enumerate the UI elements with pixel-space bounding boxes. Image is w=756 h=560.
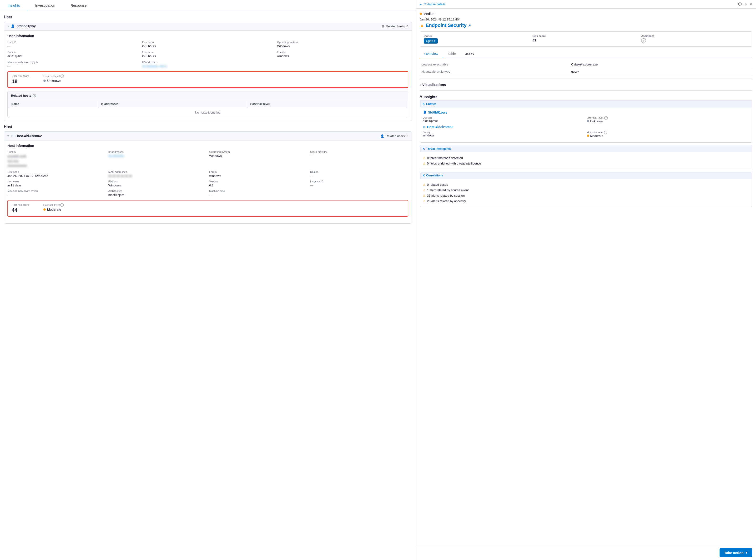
alert-timestamp: Jan 26, 2024 @ 12:15:12.404 — [420, 18, 752, 21]
tab-overview[interactable]: Overview — [420, 50, 443, 58]
threat-intel-category: K Threat intelligence ⚠ 0 threat matches… — [420, 145, 752, 169]
kv-key-0: process.executable — [420, 61, 569, 68]
status-button[interactable]: Open ▾ — [424, 38, 438, 44]
entity2-link[interactable]: ⊞ Host-4id3lz8m62 — [423, 125, 749, 129]
related-hosts-count: Related hosts: 0 — [386, 24, 408, 28]
host-id-item: Host ID xx1x4x5 x1x51x1-x1x-x1x1x1x1xx1x — [7, 151, 105, 168]
host-risk-level-item: Host risk level i Moderate — [43, 203, 64, 213]
left-panel: Insights Investigation Response User ▾ 👤… — [0, 0, 416, 560]
os-item: Operating system Windows — [277, 41, 408, 48]
host-entity-body: Host information Host ID xx1x4x5 x1x51x1… — [4, 140, 412, 223]
host-header-left: ▾ ⊞ Host-4id3lz8m62 — [7, 134, 42, 138]
host-last-seen-label: Last seen — [7, 180, 105, 183]
collapse-label: Collapse details — [424, 2, 446, 6]
rh-empty-row: No hosts identified — [8, 108, 407, 117]
host-first-seen-value: Jan 26, 2024 @ 12:12:57.267 — [7, 174, 48, 178]
threat2-row: ⚠ 0 fields enriched with threat intellig… — [423, 161, 749, 166]
threat2-text: 0 fields enriched with threat intelligen… — [427, 162, 481, 165]
architecture-label: Architecture — [108, 189, 206, 193]
visualizations-header[interactable]: › Visualizations — [420, 81, 752, 88]
add-assignee-button[interactable]: + — [641, 38, 646, 43]
user-chevron-icon[interactable]: ▾ — [7, 25, 9, 28]
user-section-title: User — [4, 15, 412, 19]
entity1-link[interactable]: 👤 5td0b01pwy — [423, 111, 749, 114]
user-info-grid: User ID — First seen in 3 hours Operatin… — [7, 41, 408, 68]
severity-dot — [420, 13, 422, 15]
user-id-label: User ID — [7, 41, 138, 44]
machine-type-label: Machine type — [209, 189, 307, 193]
chat-icon[interactable]: 💬 — [738, 2, 742, 6]
user-risk-score-label: User risk score — [12, 75, 29, 77]
region-label: Region — [310, 171, 408, 173]
corr4-row: ⚠ 20 alerts related by ancestry — [423, 198, 749, 204]
alert-title-text[interactable]: Endpoint Security — [426, 23, 466, 28]
corr2-text: 1 alert related by source event — [427, 188, 469, 192]
host-risk-info-icon[interactable]: i — [60, 203, 64, 207]
version-item: Version 6.2 — [209, 180, 307, 187]
family-item: Family windows — [277, 51, 408, 58]
rh-col-name: Name — [8, 100, 97, 108]
meta-row: Status Open ▾ Risk score 47 Assignees + — [420, 32, 752, 47]
correlations-body: ⚠ 0 related cases ⚠ 1 alert related by s… — [420, 179, 752, 207]
corr4-text: 20 alerts related by ancestry — [427, 199, 466, 203]
tab-json[interactable]: JSON — [461, 50, 479, 58]
related-hosts-info-icon[interactable]: i — [33, 94, 36, 97]
host-id-label: Host ID — [7, 151, 105, 153]
risk-level-info-icon[interactable]: i — [60, 75, 64, 78]
host-first-seen-item: First seen Jan 26, 2024 @ 12:12:57.267 — [7, 171, 105, 178]
host-chevron-icon[interactable]: ▾ — [7, 135, 9, 138]
host-ip-value[interactable]: 1x.x1x1x1x — [108, 154, 124, 158]
host-max-anomaly-item: Max anomaly score by job — — [7, 189, 105, 197]
tab-insights[interactable]: Insights — [0, 0, 27, 11]
rh-col-risk: Host risk level — [247, 100, 407, 108]
collapse-details-button[interactable]: ⇤ Collapse details — [420, 2, 446, 6]
host-os-label: Operating system — [209, 151, 307, 153]
threat-intel-body: ⚠ 0 threat matches detected ⚠ 0 fields e… — [420, 153, 752, 169]
main-tabs: Insights Investigation Response — [0, 0, 416, 11]
alert-triangle-icon: ▲ — [420, 23, 424, 28]
close-icon[interactable]: ✕ — [750, 2, 752, 6]
entity1-risk-value: Unknown — [587, 120, 749, 123]
region-item: Region — — [310, 171, 408, 178]
entity2-risk-label: Host risk level i — [587, 131, 749, 134]
user-icon: 👤 — [11, 24, 15, 28]
user-entity-name: 5td0b01pwy — [17, 24, 36, 28]
entity2-family: Family windows — [423, 131, 585, 138]
risk-score-meta-item: Risk score 47 — [532, 35, 639, 44]
entity1-domain-value: ai0e1qvhst — [423, 119, 585, 123]
tab-response[interactable]: Response — [63, 0, 94, 11]
version-value: 6.2 — [209, 184, 214, 187]
host-related-users: 👤 Related users: 3 — [380, 134, 408, 138]
user-info-title: User information — [7, 34, 408, 38]
mac-item: MAC addresses x1 x1 x1 xx x1 xx — [108, 171, 206, 178]
host-risk-score-value: 44 — [12, 207, 17, 213]
entity1-domain: Domain ai0e1qvhst — [423, 116, 585, 123]
host-info-grid: Host ID xx1x4x5 x1x51x1-x1x-x1x1x1x1xx1x… — [7, 151, 408, 197]
related-hosts-box: Related hosts i Name Ip addresses Host r… — [7, 91, 408, 117]
right-panel-header: ⇤ Collapse details 💬 ⎋ ✕ — [416, 0, 756, 8]
insights-header[interactable]: ∨ Insights — [420, 93, 752, 100]
external-link-icon[interactable]: ↗ — [468, 24, 471, 27]
entity1-name: 5td0b01pwy — [428, 111, 447, 114]
users-icon: 👤 — [380, 134, 384, 138]
cloud-provider-item: Cloud provider — — [310, 151, 408, 168]
share-icon[interactable]: ⎋ — [745, 2, 747, 6]
severity-badge: Medium — [420, 12, 752, 16]
mac-value: x1 x1 x1 xx x1 xx — [108, 174, 132, 178]
ip-value[interactable]: 1x.x1x1x1x, x1x.1 — [142, 64, 167, 68]
entity2-family-label: Family — [423, 131, 585, 134]
entity1-risk-info[interactable]: i — [604, 116, 608, 120]
host-first-seen-label: First seen — [7, 171, 105, 173]
insights-section: ∨ Insights K Entities 👤 5td0b01pwy — [420, 91, 752, 207]
kv-row: kibana.alert.rule.type query — [420, 68, 752, 75]
host-risk-box: Host risk score 44 Host risk level i Mod… — [7, 200, 408, 217]
entity2-risk-info[interactable]: i — [604, 131, 608, 134]
rh-empty-text: No hosts identified — [8, 108, 407, 117]
take-action-button[interactable]: Take action ▾ — [720, 548, 752, 557]
status-label: Status — [424, 35, 531, 37]
tab-investigation[interactable]: Investigation — [27, 0, 63, 11]
tab-table[interactable]: Table — [443, 50, 460, 58]
host-ip-item: IP addresses 1x.x1x1x1x — [108, 151, 206, 168]
correlations-label: Correlations — [426, 174, 443, 177]
user-risk-score-item: User risk score 18 — [12, 75, 29, 84]
